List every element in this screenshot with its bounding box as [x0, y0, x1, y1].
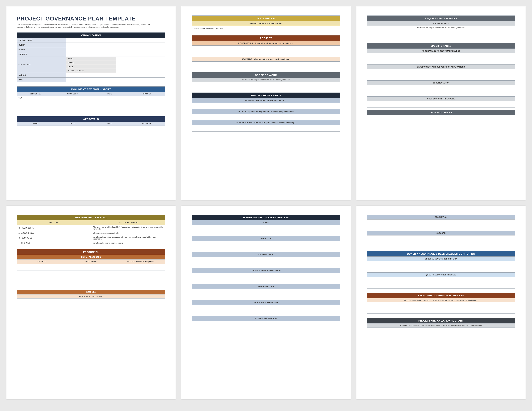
approvals-header: APPROVALS [17, 116, 165, 122]
field-contact-name[interactable] [116, 56, 165, 61]
label-author: AUTHOR [17, 73, 66, 77]
appr-row[interactable] [17, 130, 54, 134]
objective-row: OBJECTIVE | What does the project work t… [192, 57, 340, 62]
field-contact-phone[interactable] [116, 61, 165, 65]
appr-col-title: TITLE [54, 122, 91, 126]
raci-c-desc: Individuals whose opinions are sought, t… [91, 235, 165, 241]
appr-row[interactable] [17, 126, 54, 130]
field-contact-email[interactable] [116, 65, 165, 69]
appr-col-signature: SIGNATURE [128, 122, 165, 126]
page-grid: PROJECT GOVERNANCE PLAN TEMPLATE This pr… [6, 6, 526, 399]
hr-row[interactable] [17, 271, 66, 277]
req-tasks-table: REQUIREMENTS & TASKS REQUIREMENTS What d… [367, 16, 515, 41]
distribution-note: Dissemination method and recipients. [192, 26, 340, 31]
requirements-note: What does the project entail? What are t… [367, 26, 515, 30]
distribution-header: DISTRIBUTION [192, 16, 340, 21]
rev-col-changes: CHANGES [128, 92, 165, 96]
rev-row[interactable] [17, 104, 54, 108]
field-brand[interactable] [66, 47, 165, 52]
qa-criteria-field[interactable] [367, 261, 515, 272]
task-help-desk-field[interactable] [367, 101, 515, 108]
page-1: PROJECT GOVERNANCE PLAN TEMPLATE This pr… [6, 6, 176, 200]
field-project-name[interactable] [66, 38, 165, 43]
qa-process-field[interactable] [367, 277, 515, 289]
issues-analysis-field[interactable] [192, 289, 340, 300]
task-help-desk: USER SUPPORT / HELP DESK [367, 97, 515, 101]
task-dev-support-field[interactable] [367, 69, 515, 81]
std-gov-field[interactable] [367, 302, 515, 314]
label-contact-phone: PHONE [66, 61, 116, 65]
resolution-field[interactable] [367, 220, 515, 231]
org-chart-note: Provide a chart or outline of the organi… [367, 324, 515, 327]
project-table: PROJECT INTRODUCTION | Description witho… [192, 35, 340, 68]
issues-escalation-table: ISSUES AND ESCALATION PROCESS SCOPE APPR… [192, 215, 340, 332]
resp-col-role: "RACI" ROLE [17, 220, 91, 225]
issues-tracking-field[interactable] [192, 305, 340, 316]
rev-col-date: DATE [91, 92, 128, 96]
rev-row[interactable] [17, 100, 54, 104]
scope-field[interactable] [192, 82, 340, 88]
hr-row[interactable] [17, 283, 66, 290]
optional-tasks-field[interactable] [367, 115, 515, 133]
introduction-row: INTRODUCTION | Description without requi… [192, 41, 340, 46]
rev-row-0-version[interactable]: 0.0.0 [17, 96, 54, 100]
page-5: ISSUES AND ESCALATION PROCESS SCOPE APPR… [181, 206, 351, 399]
raci-i-desc: Individuals who receive progress reports… [91, 241, 165, 245]
gov-structures-field[interactable] [192, 125, 340, 131]
label-contact-mailing: MAILING ADDRESS [66, 69, 116, 73]
approvals-table: APPROVALS NAME TITLE DATE SIGNATURE [17, 116, 165, 138]
appr-col-name: NAME [17, 122, 54, 126]
rev-row[interactable] [17, 108, 54, 112]
issues-escalation-field[interactable] [192, 321, 340, 332]
issues-validation-field[interactable] [192, 273, 340, 284]
requirements-field[interactable] [367, 30, 515, 41]
hr-row[interactable] [17, 264, 66, 271]
hr-col-desc: DESCRIPTION [66, 260, 116, 264]
org-chart-field[interactable] [367, 327, 515, 345]
issues-analysis: ISSUE ANALYSIS [192, 284, 340, 289]
gov-authority-field[interactable] [192, 114, 340, 120]
appr-col-date: DATE [91, 122, 128, 126]
introduction-field[interactable] [192, 46, 340, 57]
resumes-field[interactable] [17, 299, 165, 316]
issues-approach: APPROACH [192, 236, 340, 241]
task-documentation-field[interactable] [367, 85, 515, 97]
task-program-mgmt-field[interactable] [367, 53, 515, 65]
label-contact-name: NAME [66, 56, 116, 61]
issues-identification-field[interactable] [192, 257, 340, 268]
label-brand: BRAND [17, 47, 66, 52]
issues-tracking: TRACKING & REPORTING [192, 300, 340, 305]
field-client[interactable] [66, 43, 165, 47]
issues-approach-field[interactable] [192, 241, 340, 252]
qa-table: QUALITY ASSURANCE & DELIVERABLES MONITOR… [367, 251, 515, 289]
field-author[interactable] [66, 73, 165, 77]
gov-authority: AUTHORITY | 'Who' is responsible for mak… [192, 109, 340, 114]
label-product: PRODUCT [17, 52, 66, 56]
resolution-row: RESOLUTION [367, 215, 515, 220]
issues-validation: VALIDATION & PRIORITIZATION [192, 268, 340, 273]
rev-row-0-date[interactable] [91, 96, 128, 100]
field-date[interactable] [66, 77, 165, 82]
issues-scope-field[interactable] [192, 225, 340, 236]
org-chart-table: PROJECT ORGANIZATIONAL CHART Provide a c… [367, 318, 515, 345]
hr-col-job: JOB TITLE [17, 260, 66, 264]
hr-row[interactable] [17, 277, 66, 283]
field-contact-mailing[interactable] [116, 69, 165, 73]
task-dev-support: DEVELOPMENT AND SUPPORT FOR APPLICATIONS [367, 65, 515, 69]
closure-field[interactable] [367, 235, 515, 247]
appr-row[interactable] [17, 134, 54, 138]
resolution-closure-table: RESOLUTION CLOSURE [367, 215, 515, 247]
page-4: RESPONSIBILITY MATRIX "RACI" ROLE ROLE D… [6, 206, 176, 399]
personnel-table: PERSONNEL HUMAN RESOURCES JOB TITLE DESC… [17, 249, 165, 316]
resp-matrix-header: RESPONSIBILITY MATRIX [17, 215, 165, 220]
personnel-header: PERSONNEL [17, 249, 165, 255]
qa-criteria: GENERAL ACCEPTANCE CRITERIA [367, 257, 515, 261]
issues-header: ISSUES AND ESCALATION PROCESS [192, 215, 340, 220]
objective-field[interactable] [192, 62, 340, 68]
responsibility-matrix-table: RESPONSIBILITY MATRIX "RACI" ROLE ROLE D… [17, 215, 165, 245]
scope-table: SCOPE OF WORK What does the project enta… [192, 72, 340, 88]
rev-row-0-updatedby[interactable] [54, 96, 91, 100]
gov-domains-field[interactable] [192, 103, 340, 109]
rev-row-0-changes[interactable] [128, 96, 165, 100]
field-product[interactable] [66, 52, 165, 56]
